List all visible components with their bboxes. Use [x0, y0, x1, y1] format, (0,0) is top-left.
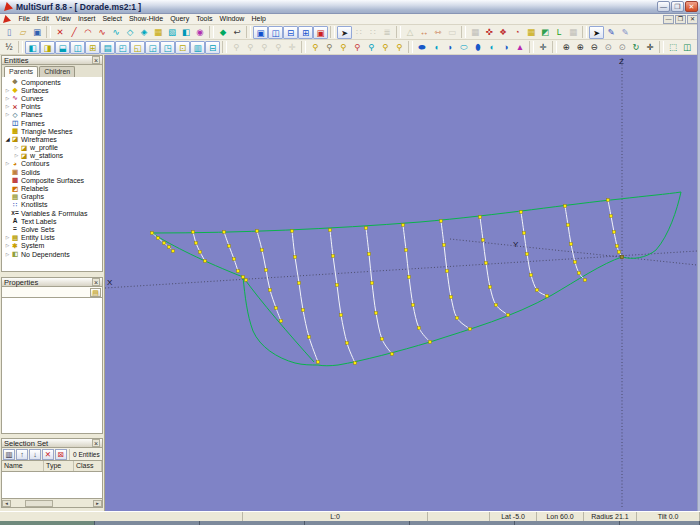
show-selected-icon[interactable]: ⚲ [392, 41, 406, 54]
tree-item-planes[interactable]: ▷◇Planes [2, 111, 102, 119]
display-ellipse-icon[interactable]: ⬭ [457, 41, 471, 54]
tree-item-entity-lists[interactable]: ▷▤Entity Lists [2, 234, 102, 242]
tree-item-knotlists[interactable]: ∷Knotlists [2, 201, 102, 209]
tree-item-surfaces[interactable]: ▷◆Surfaces [2, 86, 102, 94]
view-plan-icon[interactable]: ⬓ [55, 41, 70, 54]
measure-frame-icon[interactable]: ▭ [445, 26, 459, 39]
tree-item-solve-sets[interactable]: =Solve Sets [2, 225, 102, 233]
pan-view-icon[interactable]: ✛ [643, 41, 657, 54]
menu-show-hide[interactable]: Show-Hide [125, 14, 166, 24]
edit-curve-icon[interactable]: ❖ [496, 26, 510, 39]
shade-tool-icon[interactable]: ◩ [538, 26, 552, 39]
tree-item-relabels[interactable]: ◩Relabels [2, 184, 102, 192]
wireframe-mode-icon[interactable]: ⬚ [666, 41, 680, 54]
insert-solid-icon[interactable]: ◧ [179, 26, 193, 39]
insert-patch-icon[interactable]: ▧ [165, 26, 179, 39]
expander-icon[interactable]: ▷ [4, 112, 11, 117]
measure-span-icon[interactable]: ⇿ [431, 26, 445, 39]
tree-item-frames[interactable]: ◫Frames [2, 119, 102, 127]
selection-close-icon[interactable]: × [92, 439, 100, 447]
open-file-icon[interactable]: ▱ [16, 26, 30, 39]
menu-insert[interactable]: Insert [74, 14, 99, 24]
show-hidden-5-icon[interactable]: ✛ [285, 41, 299, 54]
column-class[interactable]: Class [74, 461, 102, 471]
display-cone-icon[interactable]: ▲ [513, 41, 527, 54]
insert-curve-icon[interactable]: ∿ [95, 26, 109, 39]
move-down-icon[interactable]: ↓ [29, 449, 41, 460]
menu-file[interactable]: File [15, 14, 33, 24]
select-pointer-icon[interactable]: ➤ [337, 26, 352, 39]
mdi-minimize-button[interactable]: — [663, 15, 674, 24]
tree-item-solids[interactable]: ▣Solids [2, 168, 102, 176]
expander-icon[interactable]: ▷ [4, 96, 11, 101]
column-type[interactable]: Type [44, 461, 74, 471]
show-hidden-4-icon[interactable]: ⚲ [271, 41, 285, 54]
view-persp-icon[interactable]: ⊡ [175, 41, 190, 54]
drag-point-icon[interactable]: ✜ [482, 26, 496, 39]
digitize-pen-icon[interactable]: ✎ [604, 26, 618, 39]
menu-view[interactable]: View [52, 14, 74, 24]
tree-item-wireframes[interactable]: ◢◪Wireframes [2, 135, 102, 143]
column-name[interactable]: Name [2, 461, 44, 471]
scroll-left-icon[interactable]: ◄ [2, 500, 11, 507]
insert-surface-2-icon[interactable]: ◈ [137, 26, 151, 39]
expander-icon[interactable]: ▷ [4, 235, 11, 240]
tree-item-composite-surfaces[interactable]: ▩Composite Surfaces [2, 176, 102, 184]
view-single-icon[interactable]: ▣ [253, 26, 268, 39]
view-rot-l-icon[interactable]: ▥ [190, 41, 205, 54]
tree-item-contours[interactable]: ▷◕Contours [2, 160, 102, 168]
menu-tools[interactable]: Tools [193, 14, 216, 24]
expander-icon[interactable]: ◢ [4, 136, 11, 142]
view-close-icon[interactable]: ▣ [313, 26, 328, 39]
view-profile-icon[interactable]: ◨ [40, 41, 55, 54]
tree-item-graphs[interactable]: ▤Graphs [2, 193, 102, 201]
insert-surface-icon[interactable]: ◇ [123, 26, 137, 39]
maximize-button[interactable]: ❐ [671, 1, 684, 12]
show-points-icon[interactable]: ⚲ [336, 41, 350, 54]
insert-snake-icon[interactable]: ∿ [109, 26, 123, 39]
show-named-icon[interactable]: ⚲ [378, 41, 392, 54]
view-bow-icon[interactable]: ◰ [115, 41, 130, 54]
display-oval-icon[interactable]: ⬮ [471, 41, 485, 54]
clear-all-icon[interactable]: ⊠ [55, 449, 67, 460]
scale-half-icon[interactable]: ½ [2, 41, 16, 54]
hidden-line-mode-icon[interactable]: ◫ [680, 41, 694, 54]
move-up-icon[interactable]: ↑ [16, 449, 28, 460]
expander-icon[interactable]: ▷ [4, 252, 11, 257]
tree-item-components[interactable]: ❖Components [2, 78, 102, 86]
save-file-icon[interactable]: ▣ [30, 26, 44, 39]
expander-icon[interactable]: ▷ [4, 243, 11, 248]
view-port-icon[interactable]: ⊞ [85, 41, 100, 54]
expander-icon[interactable]: ▷ [13, 145, 20, 150]
insert-entity-icon[interactable]: ◉ [193, 26, 207, 39]
columns-icon[interactable]: ▥ [3, 449, 15, 460]
tree-item-triangle-meshes[interactable]: ▦Triangle Meshes [2, 127, 102, 135]
menu-window[interactable]: Window [216, 14, 248, 24]
expander-icon[interactable]: ▷ [13, 153, 20, 158]
axes-tool-icon[interactable]: L [552, 26, 566, 39]
show-all-icon[interactable]: ⚲ [308, 41, 322, 54]
zoom-in-icon[interactable]: ⊕ [573, 41, 587, 54]
tree-item-variables-formulas[interactable]: x=Variables & Formulas [2, 209, 102, 217]
measure-triangle-icon[interactable]: △ [403, 26, 417, 39]
show-hidden-1-icon[interactable]: ⚲ [229, 41, 243, 54]
zoom-window-icon[interactable]: ⊕ [559, 41, 573, 54]
tree-item-no-dependents[interactable]: ▷◧No Dependents [2, 250, 102, 258]
view-split-h-icon[interactable]: ◫ [268, 26, 283, 39]
scroll-thumb[interactable] [25, 500, 53, 507]
menu-query[interactable]: Query [167, 14, 193, 24]
display-half-icon[interactable]: ◐ [485, 41, 499, 54]
select-remove-icon[interactable]: ∷ [366, 26, 380, 39]
tree-item-w-stations[interactable]: ▷◪w_stations [2, 152, 102, 160]
annotate-pen-icon[interactable]: ✎ [618, 26, 632, 39]
grid-tool-icon[interactable]: ▦ [468, 26, 482, 39]
show-hidden-3-icon[interactable]: ⚲ [257, 41, 271, 54]
insert-frame-icon[interactable]: ◆ [216, 26, 230, 39]
display-disc-icon[interactable]: ◗ [443, 41, 457, 54]
remove-item-icon[interactable]: ✕ [42, 449, 54, 460]
zoom-out-icon[interactable]: ⊖ [587, 41, 601, 54]
view-quad-icon[interactable]: ⊞ [298, 26, 313, 39]
show-curves-icon[interactable]: ⚲ [350, 41, 364, 54]
tree-item-system[interactable]: ▷✱System [2, 242, 102, 250]
display-hemi-icon[interactable]: ◖ [429, 41, 443, 54]
